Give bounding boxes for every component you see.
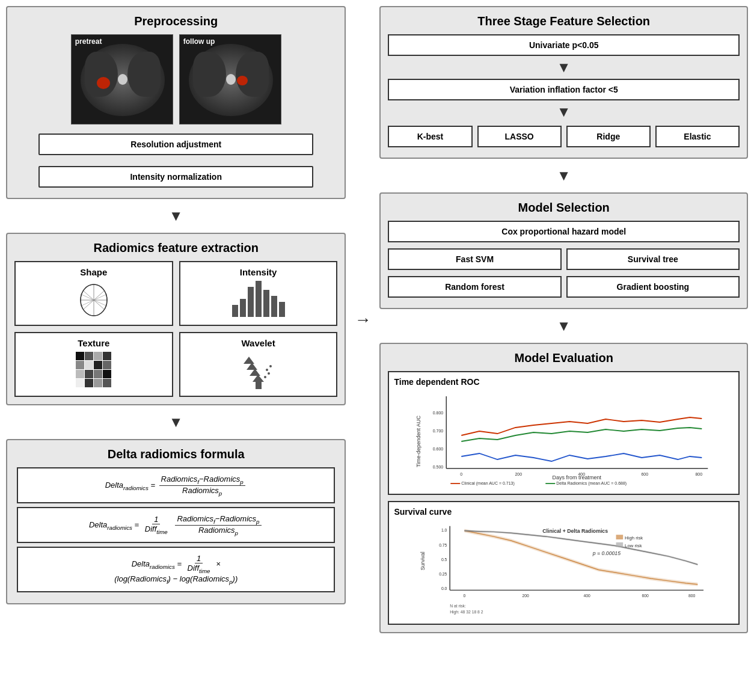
svg-text:400: 400 [578, 472, 586, 476]
model-evaluation-title: Model Evaluation [388, 351, 740, 365]
svg-text:0.700: 0.700 [433, 429, 444, 433]
bar4 [256, 281, 262, 317]
svg-text:200: 200 [515, 472, 523, 476]
tc10 [85, 370, 93, 378]
preprocessing-title: Preprocessing [14, 14, 337, 28]
kbest-box: K-best [388, 126, 472, 147]
tc15 [94, 379, 102, 387]
formula3-frac: 1 Difftime [186, 554, 212, 574]
model-row1: Fast SVM Survival tree [388, 245, 740, 273]
svg-rect-53 [616, 535, 624, 539]
formula2-box: Deltaradiomics = 1 Difftime Radiomicsf−R… [17, 507, 335, 543]
svg-text:600: 600 [642, 594, 649, 598]
radiomics-panel: Radiomics feature extraction Shape [6, 233, 346, 405]
model-selection-title: Model Selection [388, 201, 740, 215]
roc-chart-container: Time dependent ROC Time-dependent AUC Da… [388, 371, 740, 495]
bar3 [248, 287, 254, 317]
tc5 [76, 361, 84, 369]
ct-spine2 [226, 74, 236, 85]
arrow-fs-to-model-sel: ▼ [379, 167, 748, 184]
ct-lung-left2 [193, 52, 226, 97]
intensity-bars [232, 281, 285, 317]
svg-text:Clinical + Delta Radiomics: Clinical + Delta Radiomics [543, 528, 608, 534]
svg-marker-50 [465, 529, 698, 586]
formula3-text: Deltaradiomics = 1 Difftime × (log(Radio… [114, 559, 238, 583]
tc6 [85, 361, 93, 369]
fast-svm-box: Fast SVM [388, 248, 561, 270]
followup-label: follow up [183, 37, 215, 46]
tc14 [85, 379, 93, 387]
survival-chart-svg: Survival 0 200 400 600 800 0.0 0.25 0.5 … [394, 520, 734, 616]
formula1-text: Deltaradiomics = Radiomicsf−Radiomicsp R… [105, 480, 247, 490]
wavelet-label: Wavelet [242, 338, 275, 348]
bar1 [232, 305, 238, 317]
svg-text:0.600: 0.600 [433, 447, 444, 451]
wavelet-feature-box: Wavelet [179, 332, 338, 397]
pretreat-image-wrapper: pretreat [71, 34, 173, 124]
svg-text:600: 600 [642, 472, 649, 476]
svg-rect-55 [616, 542, 624, 547]
random-forest-box: Random forest [388, 276, 561, 298]
tc12 [103, 370, 111, 378]
svg-text:High: 48   32   18   8   2: High: 48 32 18 8 2 [450, 610, 484, 615]
preprocessing-panel: Preprocessing pretreat [6, 6, 346, 199]
ct-lung-left [85, 52, 118, 97]
bar5 [263, 290, 269, 317]
svg-point-16 [269, 365, 272, 367]
arrow-radiomics-to-delta: ▼ [6, 414, 346, 431]
svg-text:0.800: 0.800 [433, 411, 444, 415]
intensity-normalization-box: Intensity normalization [38, 166, 313, 188]
tc16 [103, 379, 111, 387]
formula1-fraction: Radiomicsf−Radiomicsp Radiomicsp [159, 474, 245, 496]
ct-lung-right2 [236, 52, 269, 97]
svg-text:0: 0 [464, 594, 466, 598]
svg-text:High risk: High risk [625, 535, 643, 541]
roc-chart-title: Time dependent ROC [394, 377, 734, 387]
model-row2: Random forest Gradient boosting [388, 273, 740, 301]
survival-tree-box: Survival tree [566, 248, 740, 270]
svg-point-15 [266, 369, 268, 371]
svg-marker-12 [244, 357, 254, 364]
svg-text:Delta Radiomics (mean AUC = 0.: Delta Radiomics (mean AUC = 0.688) [557, 481, 627, 486]
tc1 [76, 352, 84, 360]
stage2-box: Variation inflation factor <5 [388, 79, 740, 100]
shape-icon [76, 281, 112, 320]
svg-text:400: 400 [584, 594, 591, 598]
formula1-box: Deltaradiomics = Radiomicsf−Radiomicsp R… [17, 467, 335, 503]
svg-text:p = 0.00015: p = 0.00015 [592, 550, 621, 556]
main-connector-arrow: → [353, 6, 372, 633]
tc3 [94, 352, 102, 360]
stage1-box: Univariate p<0.05 [388, 34, 740, 56]
texture-feature-box: Texture [14, 332, 173, 397]
cox-box: Cox proportional hazard model [388, 221, 740, 242]
wavelet-icon [239, 352, 278, 391]
tc9 [76, 370, 84, 378]
svg-text:0.5: 0.5 [441, 557, 447, 562]
bar6 [271, 296, 277, 317]
radiomics-title: Radiomics feature extraction [14, 241, 337, 255]
feature-grid: Shape Intensity [14, 261, 337, 397]
svg-text:1.0: 1.0 [441, 528, 447, 532]
svg-text:0: 0 [461, 472, 463, 476]
gradient-boosting-box: Gradient boosting [566, 276, 740, 298]
bar2 [240, 299, 246, 317]
svg-text:0.25: 0.25 [440, 572, 447, 576]
followup-image-wrapper: follow up [179, 34, 281, 124]
svg-text:Clinical (mean AUC = 0.713): Clinical (mean AUC = 0.713) [462, 481, 515, 486]
bar7 [279, 302, 285, 317]
ridge-box: Ridge [566, 126, 651, 147]
ct-tumor-followup [237, 76, 248, 85]
arrow-preprocessing-to-radiomics: ▼ [6, 207, 346, 224]
tc7 [94, 361, 102, 369]
arrow-stage1-to-stage2: ▼ [388, 59, 740, 76]
svg-point-13 [264, 376, 266, 378]
tc13 [76, 379, 84, 387]
tc2 [85, 352, 93, 360]
ct-tumor-pretreat [97, 77, 110, 89]
formula3-box: Deltaradiomics = 1 Difftime × (log(Radio… [17, 547, 335, 592]
arrow-model-sel-to-eval: ▼ [379, 318, 748, 334]
formula2-frac2: Radiomicsf−Radiomicsp Radiomicsp [175, 514, 261, 536]
preprocessing-steps: Resolution adjustment Intensity normaliz… [14, 130, 337, 191]
svg-text:200: 200 [523, 594, 530, 598]
svg-text:0.0: 0.0 [441, 586, 447, 591]
